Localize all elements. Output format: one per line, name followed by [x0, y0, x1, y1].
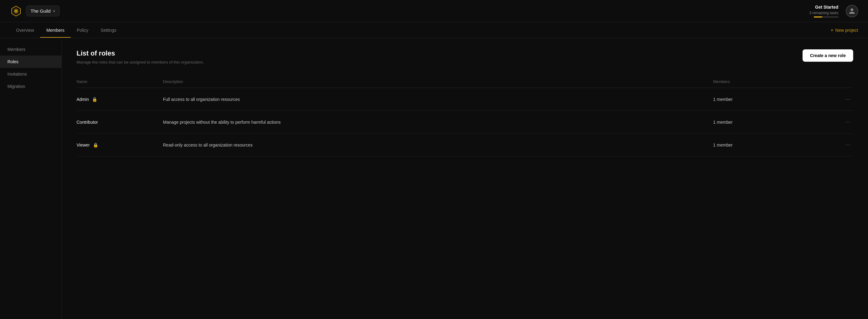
table-body: Admin 🔒 Full access to all organization …: [76, 88, 853, 156]
content-header: List of roles Manage the roles that can …: [76, 50, 853, 64]
plus-icon: +: [831, 28, 833, 33]
user-avatar[interactable]: [846, 5, 858, 17]
sidebar-item-roles[interactable]: Roles: [0, 56, 61, 68]
role-name-0: Admin: [76, 97, 89, 102]
org-name: The Guild: [31, 8, 51, 13]
tab-overview[interactable]: Overview: [10, 23, 40, 38]
main-layout: Members Roles Invitations Migration List…: [0, 38, 868, 319]
role-name-1: Contributor: [76, 120, 98, 125]
sidebar: Members Roles Invitations Migration: [0, 38, 62, 319]
sidebar-item-migration[interactable]: Migration: [0, 80, 61, 93]
tab-nav: Overview Members Policy Settings + New p…: [0, 22, 868, 38]
tab-policy[interactable]: Policy: [71, 23, 94, 38]
top-nav: The Guild ▾ Get Started 3 remaining task…: [0, 0, 868, 22]
role-name-2: Viewer: [76, 142, 90, 148]
role-name-cell-0: Admin 🔒: [76, 88, 163, 111]
table-row: Admin 🔒 Full access to all organization …: [76, 88, 853, 111]
role-description-1: Manage projects without the ability to p…: [163, 111, 713, 134]
role-description-2: Read-only access to all organization res…: [163, 134, 713, 156]
org-selector[interactable]: The Guild ▾: [26, 5, 60, 17]
role-members-2: 1 member: [713, 134, 804, 156]
role-name-cell-1: Contributor: [76, 111, 163, 134]
logo-icon: [10, 5, 22, 17]
role-name-cell-2: Viewer 🔒: [76, 134, 163, 156]
role-actions-0: ···: [804, 88, 853, 111]
role-actions-1: ···: [804, 111, 853, 134]
role-actions-2: ···: [804, 134, 853, 156]
col-header-members: Members: [713, 75, 804, 88]
get-started-subtitle: 3 remaining tasks: [809, 11, 838, 15]
col-header-description: Description: [163, 75, 713, 88]
tab-settings[interactable]: Settings: [94, 23, 123, 38]
progress-bar: [814, 17, 838, 18]
page-title: List of roles: [76, 50, 204, 57]
get-started-title: Get Started: [815, 5, 838, 9]
logo-area: The Guild ▾: [10, 5, 60, 17]
role-members-1: 1 member: [713, 111, 804, 134]
top-right-area: Get Started 3 remaining tasks: [809, 5, 858, 18]
lock-icon: 🔒: [93, 142, 98, 148]
chevron-down-icon: ▾: [53, 9, 55, 13]
more-options-button-1[interactable]: ···: [843, 118, 853, 127]
table-header-row: Name Description Members: [76, 75, 853, 88]
get-started-widget[interactable]: Get Started 3 remaining tasks: [809, 5, 838, 18]
header-text: List of roles Manage the roles that can …: [76, 50, 204, 64]
table-row: Contributor Manage projects without the …: [76, 111, 853, 134]
main-content: List of roles Manage the roles that can …: [62, 38, 868, 319]
col-header-name: Name: [76, 75, 163, 88]
table-row: Viewer 🔒 Read-only access to all organiz…: [76, 134, 853, 156]
role-members-0: 1 member: [713, 88, 804, 111]
sidebar-item-invitations[interactable]: Invitations: [0, 68, 61, 80]
create-role-button[interactable]: Create a new role: [803, 50, 853, 62]
more-options-button-0[interactable]: ···: [843, 95, 853, 104]
role-description-0: Full access to all organization resource…: [163, 88, 713, 111]
tab-members[interactable]: Members: [40, 23, 70, 38]
page-subtitle: Manage the roles that can be assigned to…: [76, 60, 204, 64]
progress-fill: [814, 17, 822, 18]
lock-icon: 🔒: [92, 97, 97, 102]
sidebar-item-members[interactable]: Members: [0, 43, 61, 56]
col-header-actions: [804, 75, 853, 88]
more-options-button-2[interactable]: ···: [843, 140, 853, 149]
new-project-button[interactable]: + New project: [831, 28, 858, 33]
roles-table: Name Description Members Admin 🔒 Full ac…: [76, 75, 853, 156]
table-header: Name Description Members: [76, 75, 853, 88]
